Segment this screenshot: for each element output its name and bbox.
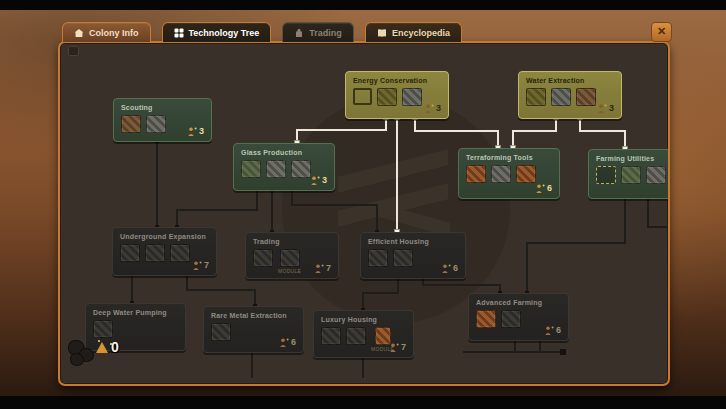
- research-cost: 7: [192, 260, 209, 270]
- tech-node-luxury-housing[interactable]: Luxury Housing MODULE 7: [313, 310, 414, 358]
- tab-label: Trading: [309, 28, 342, 38]
- research-cost: 6: [279, 337, 296, 347]
- sand-icon: [241, 160, 261, 178]
- researcher-icon: [192, 261, 202, 270]
- close-button[interactable]: ✕: [651, 22, 672, 42]
- researcher-icon: [279, 338, 289, 347]
- tech-node-scouting[interactable]: Scouting 3: [113, 98, 212, 142]
- tech-node-energy-conservation[interactable]: Energy Conservation 3: [345, 71, 449, 119]
- node-title: Water Extraction: [526, 77, 585, 84]
- researcher-icon: [310, 176, 320, 185]
- tab-bar: Colony Info Technology Tree Trading Ency…: [62, 22, 462, 42]
- water-barrel-icon: [576, 88, 596, 106]
- compost-icon: [621, 166, 641, 184]
- research-cost: 3: [310, 175, 327, 185]
- node-title: Deep Water Pumping: [93, 309, 167, 316]
- tab-label: Technology Tree: [189, 28, 260, 38]
- tech-node-terraforming-tools[interactable]: Terraforming Tools 6: [458, 148, 560, 199]
- tech-node-glass-production[interactable]: Glass Production 3: [233, 143, 335, 191]
- node-title: Underground Expansion: [120, 233, 206, 240]
- researcher-icon: [424, 104, 434, 113]
- frame-icon: [353, 88, 372, 105]
- tech-node-trading[interactable]: Trading MODULE 7: [245, 232, 339, 279]
- boulder-icon: [491, 165, 511, 183]
- researcher-icon: [314, 264, 324, 273]
- furnace-icon: [266, 160, 286, 178]
- researcher-icon: [597, 104, 607, 113]
- game-screen: Colony Info Technology Tree Trading Ency…: [0, 0, 726, 409]
- research-point-icon: [96, 342, 108, 353]
- tech-node-underground-expansion[interactable]: Underground Expansion 7: [112, 227, 217, 276]
- trade-module-icon: [280, 249, 300, 267]
- researcher-icon: [544, 326, 554, 335]
- researcher-icon: [441, 264, 451, 273]
- book-icon: [377, 28, 387, 38]
- node-title: Luxury Housing: [321, 316, 377, 323]
- bunk-bed-icon: [368, 249, 388, 267]
- research-cost: 7: [314, 263, 331, 273]
- ore-icon: [211, 323, 231, 341]
- node-title: Scouting: [121, 104, 153, 111]
- node-title: Rare Metal Extraction: [211, 312, 287, 319]
- drill-icon: [466, 165, 486, 183]
- grate-icon: [526, 88, 546, 106]
- node-title: Farming Utilities: [596, 155, 654, 162]
- node-title: Advanced Farming: [476, 299, 542, 306]
- researcher-icon: [389, 343, 399, 352]
- module-label: MODULE: [278, 268, 301, 274]
- excavator-icon: [516, 165, 536, 183]
- research-points-badge: 0: [96, 339, 119, 355]
- tab-label: Encyclopedia: [392, 28, 450, 38]
- sprinkler-icon: [646, 166, 666, 184]
- tab-colony-info[interactable]: Colony Info: [62, 22, 151, 42]
- ladder-icon: [393, 249, 413, 267]
- tab-encyclopedia[interactable]: Encyclopedia: [365, 22, 462, 42]
- technology-tree-panel: Scouting 3 Energy Conservation 3: [58, 41, 670, 386]
- plant-icon: [346, 327, 366, 345]
- research-cost: 6: [441, 263, 458, 273]
- node-title: Terraforming Tools: [466, 154, 533, 161]
- node-title: Energy Conservation: [353, 77, 427, 84]
- tech-node-efficient-housing[interactable]: Efficient Housing 6: [360, 232, 466, 279]
- hydroponics-icon: [501, 310, 521, 328]
- tech-tree-icon: [174, 28, 184, 38]
- pump-icon: [551, 88, 571, 106]
- tab-trading[interactable]: Trading: [282, 22, 354, 42]
- tech-node-farming-utilities[interactable]: Farming Utilities: [588, 149, 670, 199]
- support-beam-icon: [170, 244, 190, 262]
- plot-marker-icon: [596, 166, 616, 184]
- research-cost: 3: [424, 103, 441, 113]
- shovel-icon: [145, 244, 165, 262]
- bag-icon: [294, 28, 304, 38]
- researcher-icon: [187, 127, 197, 136]
- tech-node-rare-metal-extraction[interactable]: Rare Metal Extraction 6: [203, 306, 304, 353]
- mouse-cursor: 0: [68, 336, 148, 370]
- goods-crate-icon: [253, 249, 273, 267]
- binoculars-icon: [121, 115, 141, 133]
- node-title: Glass Production: [241, 149, 302, 156]
- crops-icon: [476, 310, 496, 328]
- scout-flag-icon: [146, 115, 166, 133]
- research-cost: 7: [389, 342, 406, 352]
- tunnel-icon: [120, 244, 140, 262]
- tab-technology-tree[interactable]: Technology Tree: [162, 22, 272, 42]
- battery-icon: [402, 88, 422, 106]
- research-cost: 6: [535, 183, 552, 193]
- house-icon: [74, 28, 84, 38]
- node-title: Efficient Housing: [368, 238, 429, 245]
- gear-cursor-icon: [70, 353, 84, 366]
- research-points-value: 0: [111, 339, 119, 355]
- glass-panel-icon: [291, 160, 311, 178]
- node-title: Trading: [253, 238, 280, 245]
- sofa-icon: [321, 327, 341, 345]
- research-cost: 3: [597, 103, 614, 113]
- solar-panel-icon: [377, 88, 397, 106]
- research-cost: 3: [187, 126, 204, 136]
- researcher-icon: [535, 184, 545, 193]
- tab-label: Colony Info: [89, 28, 139, 38]
- research-cost: 6: [544, 325, 561, 335]
- tech-node-advanced-farming[interactable]: Advanced Farming 6: [468, 293, 569, 341]
- tech-node-water-extraction[interactable]: Water Extraction 3: [518, 71, 622, 119]
